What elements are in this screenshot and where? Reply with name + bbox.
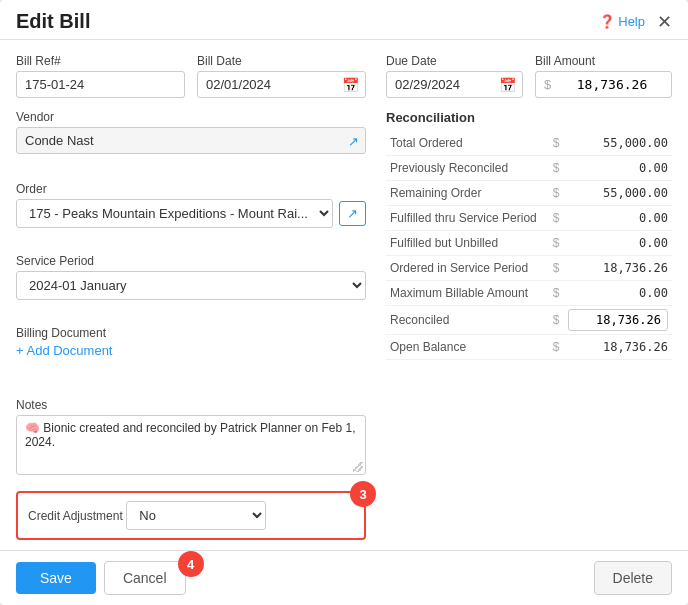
service-period-label: Service Period	[16, 254, 366, 268]
table-row: Remaining Order $ 55,000.00	[386, 181, 672, 206]
add-document-link[interactable]: + Add Document	[16, 343, 366, 358]
bill-ref-label: Bill Ref#	[16, 54, 185, 68]
bill-date-input[interactable]	[197, 71, 366, 98]
recon-amount: 0.00	[564, 156, 672, 181]
recon-amount: 18,736.26	[564, 256, 672, 281]
due-date-group: Due Date 📅	[386, 54, 523, 98]
table-row: Open Balance $ 18,736.26	[386, 335, 672, 360]
order-group: Order 175 - Peaks Mountain Expeditions -…	[16, 182, 366, 242]
bill-ref-date-row: Bill Ref# Bill Date 📅	[16, 54, 366, 98]
help-icon: ❓	[599, 14, 615, 29]
recon-input-cell	[564, 306, 672, 335]
vendor-wrapper: ↗	[16, 127, 366, 154]
table-row: Fulfilled thru Service Period $ 0.00	[386, 206, 672, 231]
order-label: Order	[16, 182, 366, 196]
recon-label: Maximum Billable Amount	[386, 281, 548, 306]
bill-amount-field: $	[535, 71, 672, 98]
recon-dollar: $	[548, 156, 564, 181]
vendor-input	[16, 127, 366, 154]
header-actions: ❓ Help ✕	[599, 13, 672, 31]
recon-label: Ordered in Service Period	[386, 256, 548, 281]
table-row: Total Ordered $ 55,000.00	[386, 131, 672, 156]
delete-button[interactable]: Delete	[594, 561, 672, 595]
bill-date-group: Bill Date 📅	[197, 54, 366, 98]
help-label: Help	[618, 14, 645, 29]
bill-amount-label: Bill Amount	[535, 54, 672, 68]
service-period-group: Service Period 2024-01 January	[16, 254, 366, 314]
recon-amount: 18,736.26	[564, 335, 672, 360]
recon-amount: 55,000.00	[564, 131, 672, 156]
recon-dollar: $	[548, 335, 564, 360]
table-row: Maximum Billable Amount $ 0.00	[386, 281, 672, 306]
recon-label: Total Ordered	[386, 131, 548, 156]
vendor-group: Vendor ↗	[16, 110, 366, 170]
right-column: Due Date 📅 Bill Amount $ Reconciliation	[386, 54, 672, 540]
save-button[interactable]: Save	[16, 562, 96, 594]
order-external-button[interactable]: ↗	[339, 201, 366, 226]
reconciled-input[interactable]	[568, 309, 668, 331]
left-column: Bill Ref# Bill Date 📅 Vendor ↗	[16, 54, 366, 540]
notes-box[interactable]: 🧠 Bionic created and reconciled by Patri…	[16, 415, 366, 475]
service-period-select[interactable]: 2024-01 January	[16, 271, 366, 300]
modal-header: Edit Bill ❓ Help ✕	[0, 0, 688, 40]
recon-label: Fulfilled but Unbilled	[386, 231, 548, 256]
vendor-external-icon[interactable]: ↗	[348, 133, 359, 148]
recon-label: Open Balance	[386, 335, 548, 360]
footer-left: Save Cancel 4	[16, 561, 186, 595]
resize-handle[interactable]	[353, 462, 363, 472]
recon-dollar: $	[548, 131, 564, 156]
table-row-reconciled: Reconciled $	[386, 306, 672, 335]
table-row: Fulfilled but Unbilled $ 0.00	[386, 231, 672, 256]
notes-group: Notes 🧠 Bionic created and reconciled by…	[16, 398, 366, 475]
recon-amount: 55,000.00	[564, 181, 672, 206]
bill-amount-input[interactable]	[557, 72, 647, 97]
bill-amount-group: Bill Amount $	[535, 54, 672, 98]
order-wrapper: 175 - Peaks Mountain Expeditions - Mount…	[16, 199, 366, 228]
modal-footer: Save Cancel 4 Delete	[0, 550, 688, 605]
credit-adjustment-section: 3 Credit Adjustment No Yes	[16, 491, 366, 540]
order-select[interactable]: 175 - Peaks Mountain Expeditions - Mount…	[16, 199, 333, 228]
recon-amount: 0.00	[564, 281, 672, 306]
bill-ref-input[interactable]	[16, 71, 185, 98]
recon-label: Remaining Order	[386, 181, 548, 206]
recon-label: Previously Reconciled	[386, 156, 548, 181]
credit-adjustment-label: Credit Adjustment	[28, 509, 123, 523]
due-date-wrapper: 📅	[386, 71, 523, 98]
step-4-badge: 4	[178, 551, 204, 577]
recon-dollar: $	[548, 181, 564, 206]
recon-amount: 0.00	[564, 231, 672, 256]
help-link[interactable]: ❓ Help	[599, 14, 645, 29]
notes-content: 🧠 Bionic created and reconciled by Patri…	[25, 421, 356, 449]
reconciliation-title: Reconciliation	[386, 110, 672, 125]
bill-date-wrapper: 📅	[197, 71, 366, 98]
step-3-badge: 3	[350, 481, 376, 507]
recon-dollar: $	[548, 231, 564, 256]
reconciliation-table: Total Ordered $ 55,000.00 Previously Rec…	[386, 131, 672, 360]
bill-amount-dollar: $	[544, 77, 551, 92]
recon-amount: 0.00	[564, 206, 672, 231]
bill-date-label: Bill Date	[197, 54, 366, 68]
billing-document-group: Billing Document + Add Document	[16, 326, 366, 386]
recon-label-reconciled: Reconciled	[386, 306, 548, 335]
recon-dollar: $	[548, 256, 564, 281]
notes-label: Notes	[16, 398, 366, 412]
recon-label: Fulfilled thru Service Period	[386, 206, 548, 231]
billing-document-label: Billing Document	[16, 326, 366, 340]
close-button[interactable]: ✕	[657, 13, 672, 31]
due-date-input[interactable]	[386, 71, 523, 98]
recon-dollar: $	[548, 306, 564, 335]
due-date-label: Due Date	[386, 54, 523, 68]
recon-dollar: $	[548, 206, 564, 231]
recon-dollar: $	[548, 281, 564, 306]
edit-bill-modal: Edit Bill ❓ Help ✕ Bill Ref# Bill Date	[0, 0, 688, 605]
bill-ref-group: Bill Ref#	[16, 54, 185, 98]
credit-adjustment-select[interactable]: No Yes	[126, 501, 266, 530]
table-row: Ordered in Service Period $ 18,736.26	[386, 256, 672, 281]
vendor-label: Vendor	[16, 110, 366, 124]
cancel-button[interactable]: Cancel	[104, 561, 186, 595]
table-row: Previously Reconciled $ 0.00	[386, 156, 672, 181]
due-date-bill-amount-row: Due Date 📅 Bill Amount $	[386, 54, 672, 98]
modal-body: Bill Ref# Bill Date 📅 Vendor ↗	[0, 40, 688, 540]
modal-title: Edit Bill	[16, 10, 90, 33]
